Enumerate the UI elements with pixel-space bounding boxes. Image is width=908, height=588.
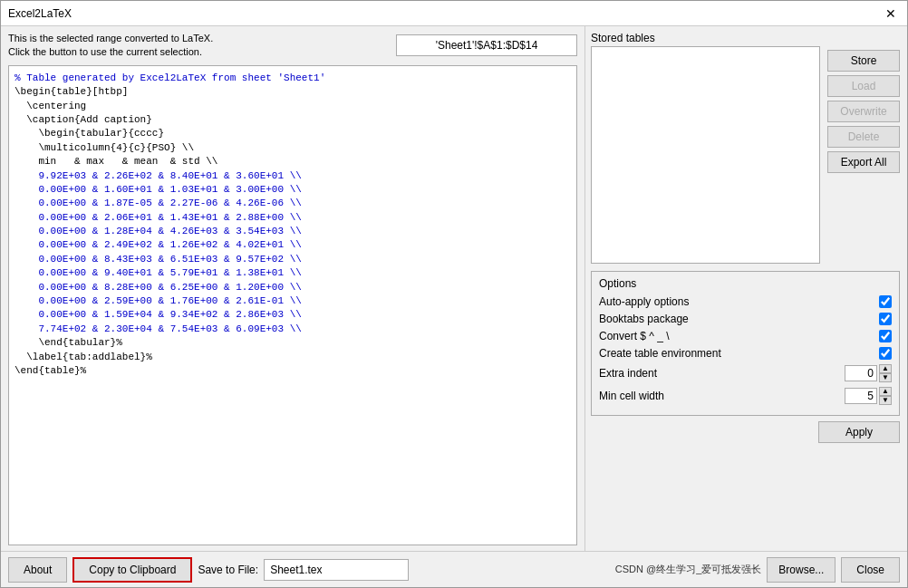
latex-output[interactable]: % Table generated by Excel2LaTeX from sh… — [8, 65, 577, 545]
stored-tables-list[interactable] — [591, 46, 820, 264]
status-text: CSDN @终生学习_爱可抵发强长 — [615, 563, 762, 576]
extra-indent-label: Extra indent — [599, 367, 657, 380]
top-info-row: This is the selected range converted to … — [8, 32, 577, 60]
booktabs-label: Booktabs package — [599, 313, 689, 325]
extra-indent-spinbox: ▲ ▼ — [845, 364, 892, 382]
bottom-bar: About Copy to Clipboard Save to File: CS… — [1, 551, 907, 587]
create-table-row: Create table environment — [599, 347, 892, 360]
save-to-file-label: Save to File: — [198, 564, 258, 576]
title-bar: Excel2LaTeX ✕ — [1, 1, 907, 26]
load-button[interactable]: Load — [827, 75, 900, 97]
right-action-buttons: Store Load Overwrite Delete Export All — [827, 32, 900, 267]
stored-tables-label: Stored tables — [591, 32, 820, 44]
file-name-input[interactable] — [264, 559, 409, 581]
booktabs-row: Booktabs package — [599, 313, 892, 325]
left-panel: This is the selected range converted to … — [1, 26, 585, 551]
apply-btn-container: Apply — [591, 421, 900, 443]
info-text: This is the selected range converted to … — [8, 32, 389, 60]
delete-button[interactable]: Delete — [827, 126, 900, 148]
auto-apply-label: Auto-apply options — [599, 295, 689, 308]
min-cell-width-arrows: ▲ ▼ — [879, 387, 892, 405]
min-cell-width-up[interactable]: ▲ — [879, 387, 892, 396]
min-cell-width-input[interactable] — [845, 388, 877, 404]
convert-checkbox[interactable] — [879, 330, 892, 342]
close-window-button[interactable]: ✕ — [882, 6, 900, 21]
min-cell-width-label: Min cell width — [599, 390, 664, 402]
right-area: Stored tables Store Load Overwrite Delet… — [585, 26, 907, 551]
browse-button[interactable]: Browse... — [767, 557, 836, 583]
main-window: Excel2LaTeX ✕ This is the selected range… — [0, 0, 908, 588]
about-button[interactable]: About — [8, 557, 67, 583]
export-all-button[interactable]: Export All — [827, 151, 900, 173]
apply-button[interactable]: Apply — [818, 421, 900, 443]
extra-indent-input[interactable] — [845, 365, 877, 381]
overwrite-button[interactable]: Overwrite — [827, 101, 900, 122]
auto-apply-row: Auto-apply options — [599, 295, 892, 308]
extra-indent-row: Extra indent ▲ ▼ — [599, 364, 892, 382]
create-table-label: Create table environment — [599, 347, 721, 360]
extra-indent-down[interactable]: ▼ — [879, 373, 892, 382]
options-group: Options Auto-apply options Booktabs pack… — [591, 271, 900, 416]
booktabs-checkbox[interactable] — [879, 313, 892, 325]
options-legend: Options — [599, 277, 892, 290]
extra-indent-arrows: ▲ ▼ — [879, 364, 892, 382]
min-cell-width-row: Min cell width ▲ ▼ — [599, 387, 892, 405]
convert-row: Convert $ ^ _ \ — [599, 330, 892, 342]
dialog-close-button[interactable]: Close — [841, 557, 900, 583]
auto-apply-checkbox[interactable] — [879, 295, 892, 308]
min-cell-width-down[interactable]: ▼ — [879, 396, 892, 405]
min-cell-width-spinbox: ▲ ▼ — [845, 387, 892, 405]
convert-label: Convert $ ^ _ \ — [599, 330, 670, 342]
create-table-checkbox[interactable] — [879, 347, 892, 360]
right-top: Stored tables Store Load Overwrite Delet… — [591, 32, 900, 267]
stored-area: Stored tables — [591, 32, 820, 267]
range-display: 'Sheet1'!$A$1:$D$14 — [396, 34, 577, 56]
main-content: This is the selected range converted to … — [1, 26, 907, 551]
copy-clipboard-button[interactable]: Copy to Clipboard — [72, 557, 192, 583]
store-button[interactable]: Store — [827, 50, 900, 72]
window-title: Excel2LaTeX — [8, 7, 72, 20]
extra-indent-up[interactable]: ▲ — [879, 364, 892, 373]
